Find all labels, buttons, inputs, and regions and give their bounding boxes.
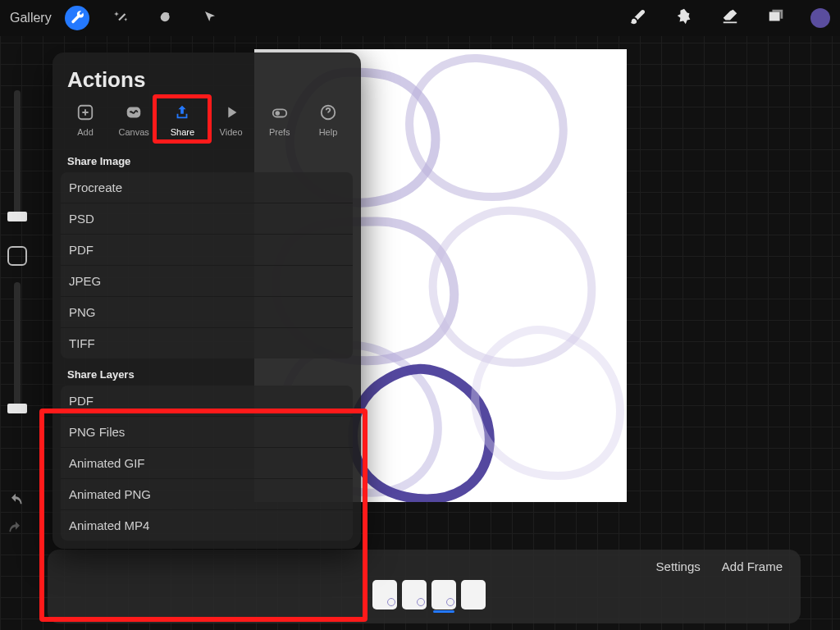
- svg-point-3: [275, 111, 280, 116]
- panel-title: Actions: [52, 67, 361, 103]
- animation-frames: [48, 580, 801, 618]
- frame-thumb[interactable]: [372, 580, 397, 609]
- share-option-png[interactable]: PNG: [61, 297, 353, 328]
- brush-tool-button[interactable]: [627, 7, 650, 30]
- tab-add[interactable]: Add: [64, 103, 107, 137]
- share-option-tiff[interactable]: TIFF: [61, 328, 353, 358]
- tab-video[interactable]: Video: [210, 103, 253, 137]
- wrench-icon: [70, 9, 84, 27]
- share-layers-list: PDF PNG Files Animated GIF Animated PNG …: [52, 386, 361, 541]
- layers-button[interactable]: [765, 7, 788, 30]
- share-layers-heading: Share Layers: [52, 358, 361, 386]
- share-image-list: Procreate PSD PDF JPEG PNG TIFF: [52, 172, 361, 358]
- share-layers-animated-png[interactable]: Animated PNG: [61, 479, 353, 510]
- add-icon: [75, 103, 95, 122]
- frame-thumb[interactable]: [431, 580, 456, 609]
- frame-thumb[interactable]: [461, 580, 486, 609]
- layers-icon: [767, 7, 785, 29]
- share-option-jpeg[interactable]: JPEG: [61, 266, 353, 297]
- color-swatch-button[interactable]: [810, 8, 830, 28]
- adjustments-button[interactable]: [109, 6, 134, 30]
- tab-label: Canvas: [119, 127, 149, 137]
- brush-opacity-slider[interactable]: [14, 282, 21, 413]
- tab-label: Add: [77, 127, 94, 137]
- frame-thumb[interactable]: [402, 580, 427, 609]
- help-icon: [318, 103, 338, 122]
- smudge-icon: [675, 7, 693, 29]
- video-icon: [221, 103, 241, 122]
- actions-button[interactable]: [65, 6, 89, 30]
- redo-button[interactable]: [7, 520, 25, 538]
- top-toolbar: Gallery: [0, 0, 840, 36]
- selection-icon: [158, 9, 173, 27]
- slider-thumb[interactable]: [7, 404, 27, 413]
- side-sliders: [3, 90, 31, 438]
- animation-bar: Settings Add Frame: [48, 550, 801, 623]
- eraser-tool-button[interactable]: [719, 7, 742, 30]
- slider-thumb[interactable]: [7, 212, 27, 221]
- tab-help[interactable]: Help: [307, 103, 349, 137]
- share-option-psd[interactable]: PSD: [61, 203, 353, 235]
- eraser-icon: [721, 7, 739, 29]
- animation-settings-button[interactable]: Settings: [656, 559, 701, 573]
- tab-label: Share: [171, 127, 194, 137]
- canvas-icon: [124, 103, 144, 122]
- animation-add-frame-button[interactable]: Add Frame: [722, 559, 783, 573]
- share-layers-animated-mp4[interactable]: Animated MP4: [61, 510, 353, 541]
- selection-button[interactable]: [153, 6, 178, 30]
- share-option-procreate[interactable]: Procreate: [61, 172, 353, 203]
- actions-tab-row: Add Canvas Share Video Prefs Help: [52, 103, 361, 145]
- tab-label: Video: [220, 127, 243, 137]
- cursor-icon: [203, 9, 217, 27]
- share-layers-animated-gif[interactable]: Animated GIF: [61, 448, 353, 479]
- share-layers-pdf[interactable]: PDF: [61, 386, 353, 417]
- share-option-pdf[interactable]: PDF: [61, 235, 353, 266]
- tab-label: Help: [319, 127, 338, 137]
- share-layers-png-files[interactable]: PNG Files: [61, 417, 353, 448]
- brush-icon: [629, 7, 647, 29]
- share-image-heading: Share Image: [52, 145, 361, 172]
- undo-button[interactable]: [7, 492, 25, 510]
- transform-button[interactable]: [198, 6, 222, 30]
- share-icon: [172, 103, 192, 122]
- prefs-icon: [270, 103, 290, 122]
- tab-canvas[interactable]: Canvas: [112, 103, 155, 137]
- wand-icon: [114, 9, 129, 27]
- tab-label: Prefs: [269, 127, 290, 137]
- actions-panel: Actions Add Canvas Share Video Prefs Hel…: [52, 52, 361, 549]
- tab-prefs[interactable]: Prefs: [258, 103, 301, 137]
- tab-share[interactable]: Share: [161, 103, 203, 137]
- brush-size-slider[interactable]: [14, 90, 21, 221]
- gallery-button[interactable]: Gallery: [10, 11, 52, 25]
- smudge-tool-button[interactable]: [673, 7, 696, 30]
- modify-button[interactable]: [7, 246, 27, 266]
